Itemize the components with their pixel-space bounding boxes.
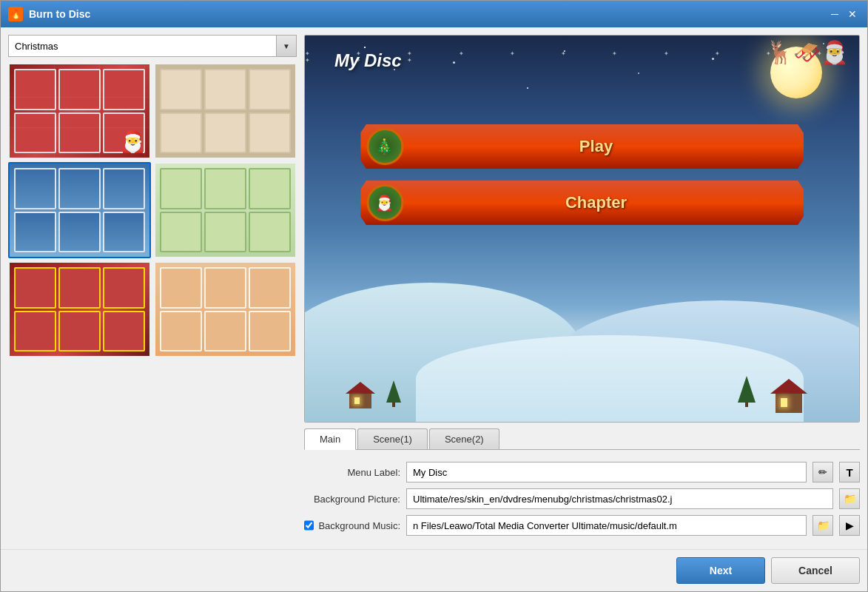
chapter-button-label: Chapter	[403, 193, 789, 212]
template-item-2[interactable]	[154, 63, 297, 159]
bg-music-input[interactable]	[406, 515, 807, 536]
house-left	[346, 379, 375, 408]
menu-label-input[interactable]	[406, 462, 807, 482]
tabs-area: Main Scene(1) Scene(2)	[304, 428, 860, 450]
play-icon: ▶	[846, 519, 854, 531]
star	[527, 87, 528, 89]
chapter-menu-button[interactable]: 🎅 Chapter	[360, 181, 804, 225]
star	[638, 73, 639, 74]
santa-sleigh: 🦌🛷🎅	[766, 39, 848, 65]
app-icon: 🔥	[8, 7, 23, 21]
bg-picture-folder-button[interactable]: 📁	[839, 488, 860, 509]
main-window: 🔥 Burn to Disc ─ ✕ ▼	[0, 0, 868, 592]
window-title: Burn to Disc	[29, 8, 90, 20]
menu-label-row: Menu Label: ✏ T	[304, 462, 860, 482]
left-panel: ▼ 🎅	[8, 35, 297, 542]
pine-tree-2	[738, 376, 756, 407]
pencil-icon: ✏	[818, 466, 827, 478]
preview-buttons: 🎄 Play 🎅 Chapter	[360, 124, 804, 225]
play-menu-button[interactable]: 🎄 Play	[360, 124, 804, 169]
title-bar-left: 🔥 Burn to Disc	[8, 7, 90, 21]
chapter-wreath-icon: 🎅	[366, 184, 403, 221]
theme-input[interactable]	[8, 35, 276, 57]
theme-selector: ▼	[8, 35, 297, 57]
bg-music-play-button[interactable]: ▶	[839, 515, 860, 536]
next-button[interactable]: Next	[676, 557, 765, 584]
window-controls: ─ ✕	[827, 7, 860, 21]
preview-area: 🦌🛷🎅 My Disc 🎄 Play 🎅 Chapter	[304, 35, 860, 423]
title-bar: 🔥 Burn to Disc ─ ✕	[1, 1, 867, 27]
menu-label-text-button[interactable]: T	[839, 462, 860, 482]
snow-ground	[305, 248, 859, 422]
play-wreath-icon: 🎄	[366, 128, 403, 165]
bg-music-checkbox[interactable]	[304, 519, 314, 531]
santa-decoration: 🎅	[120, 130, 146, 154]
star	[712, 58, 714, 60]
minimize-button[interactable]: ─	[827, 7, 842, 21]
tab-scene2[interactable]: Scene(2)	[429, 428, 499, 449]
template-item-1[interactable]: 🎅	[8, 63, 151, 159]
content-area: ▼ 🎅	[1, 27, 867, 549]
house-right	[770, 376, 807, 413]
background-picture-row: Background Picture: 📁	[304, 488, 860, 509]
pine-tree-1	[386, 380, 401, 407]
template-item-3[interactable]	[8, 162, 151, 258]
menu-label-edit-button[interactable]: ✏	[813, 462, 833, 482]
cancel-button[interactable]: Cancel	[771, 557, 860, 584]
form-area: Menu Label: ✏ T Background Picture: 📁	[304, 456, 860, 542]
bg-picture-label: Background Picture:	[304, 494, 400, 505]
text-format-icon: T	[846, 466, 852, 479]
bg-picture-input[interactable]	[406, 488, 833, 509]
bg-music-label-container: Background Music:	[304, 519, 400, 531]
theme-dropdown-button[interactable]: ▼	[276, 35, 297, 57]
tab-scene1[interactable]: Scene(1)	[357, 428, 428, 449]
templates-grid: 🎅	[8, 63, 297, 542]
close-button[interactable]: ✕	[845, 7, 860, 21]
star	[453, 61, 455, 64]
star	[564, 50, 565, 52]
menu-label-label: Menu Label:	[304, 467, 400, 478]
tab-main[interactable]: Main	[304, 428, 356, 450]
template-item-6[interactable]	[154, 261, 297, 357]
preview-title: My Disc	[334, 50, 402, 71]
template-item-5[interactable]	[8, 261, 151, 357]
bg-music-folder-button[interactable]: 📁	[813, 515, 833, 536]
template-item-4[interactable]	[154, 162, 297, 258]
music-folder-icon: 📁	[817, 519, 830, 531]
background-music-row: Background Music: 📁 ▶	[304, 515, 860, 536]
play-button-label: Play	[403, 137, 789, 156]
bottom-bar: Next Cancel	[1, 549, 867, 591]
bg-music-label: Background Music:	[318, 520, 400, 531]
folder-icon: 📁	[844, 493, 856, 505]
right-panel: 🦌🛷🎅 My Disc 🎄 Play 🎅 Chapter	[304, 35, 860, 542]
star	[364, 47, 366, 48]
